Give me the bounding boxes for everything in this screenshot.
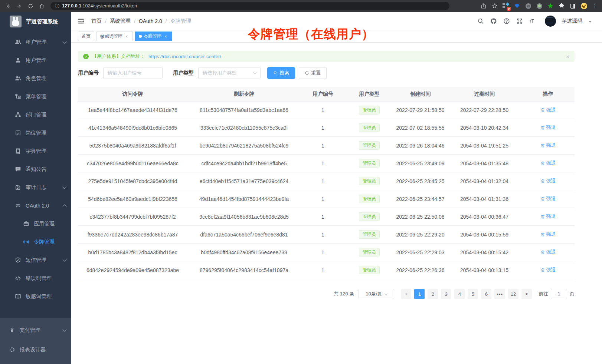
github-icon[interactable] — [490, 17, 497, 25]
sidebar-item-岗位管理[interactable]: 岗位管理 — [0, 124, 71, 142]
avatar[interactable] — [545, 16, 556, 27]
tab-首页[interactable]: 首页 — [78, 32, 94, 41]
prev-page-button[interactable]: < — [401, 289, 411, 299]
tab-split-icon[interactable] — [569, 3, 576, 9]
breadcrumb-item[interactable]: 系统管理 — [110, 18, 131, 24]
app-logo-row[interactable]: 芋道管理系统 — [0, 12, 71, 31]
user-id-input[interactable]: 请输入用户编号 — [103, 67, 163, 79]
tab-令牌管理[interactable]: 令牌管理× — [135, 32, 172, 41]
sidebar-item-审计日志[interactable]: 审计日志 — [0, 178, 71, 196]
sidebar-item-菜单管理[interactable]: 菜单管理 — [0, 87, 71, 106]
chevron-down-icon — [62, 257, 66, 261]
force-logout-button[interactable]: 强退 — [540, 107, 556, 113]
profile-emoji-icon[interactable] — [580, 3, 587, 9]
chrome-menu-icon[interactable]: ⋮ — [592, 3, 598, 9]
next-page-button[interactable]: > — [521, 289, 532, 299]
action-cell: 强退 — [521, 267, 575, 274]
force-logout-button[interactable]: 强退 — [540, 195, 556, 202]
collapse-sidebar-icon[interactable] — [77, 17, 85, 25]
refresh-token-cell: cdfc4ce9c2da4bb1bdf21b9918ff4be5 — [187, 161, 301, 166]
sidebar-item-报表设计器[interactable]: 报表设计器 — [0, 340, 71, 360]
sidebar-item-租户管理[interactable]: 租户管理 — [0, 33, 71, 51]
sidebar-item-令牌管理[interactable]: 令牌管理 — [0, 233, 71, 251]
user-menu-caret-icon[interactable] — [589, 21, 592, 23]
column-header-用户编号: 用户编号 — [301, 91, 345, 97]
page-button-3[interactable]: 3 — [441, 289, 451, 299]
access-token-cell: 502375b8040a469a9b82188afdf6af1f — [78, 143, 187, 149]
page-button-6[interactable]: 6 — [481, 289, 491, 299]
refresh-token-cell: 811c530487574fa0af1a59d3abc1aa66 — [187, 107, 301, 113]
goto-page-input[interactable]: 1 — [551, 289, 567, 299]
sidebar-bottom-menu: 支付管理报表设计器 — [0, 318, 71, 364]
user-type-badge: 管理员 — [359, 266, 380, 275]
reset-button[interactable]: 重置 — [299, 67, 327, 79]
search-icon[interactable] — [477, 17, 484, 25]
action-cell: 强退 — [521, 231, 575, 238]
close-icon[interactable]: × — [163, 34, 168, 39]
column-header-创建时间: 创建时间 — [393, 91, 447, 97]
force-logout-button[interactable]: 强退 — [540, 124, 556, 131]
fullscreen-icon[interactable] — [516, 17, 523, 25]
record-extension-icon[interactable] — [536, 3, 543, 9]
dict-icon — [15, 148, 21, 154]
success-check-icon — [83, 54, 89, 59]
page-button-2[interactable]: 2 — [428, 289, 438, 299]
action-cell: 强退 — [521, 195, 575, 202]
doc-link[interactable]: https://doc.iocoder.cn/user-center/ — [148, 54, 221, 59]
created-time-cell: 2022-06-25 23:44:57 — [393, 196, 447, 202]
gray-extension-icon[interactable] — [525, 3, 531, 9]
page-button-1[interactable]: 1 — [414, 289, 425, 299]
page-size-select[interactable]: 10条/页 — [359, 289, 394, 299]
tab-敏感词管理[interactable]: 敏感词管理× — [96, 32, 133, 41]
sidebar-item-字典管理[interactable]: 字典管理 — [0, 142, 71, 160]
puzzle-extensions-icon[interactable] — [558, 3, 565, 9]
sidebar-item-角色管理[interactable]: 角色管理 — [0, 69, 71, 87]
user-type-select[interactable]: 请选择用户类型 — [198, 67, 261, 79]
force-logout-button[interactable]: 强退 — [540, 213, 556, 220]
force-logout-button[interactable]: 强退 — [540, 231, 556, 238]
browser-home-icon[interactable] — [37, 1, 46, 10]
user-id-cell: 1 — [301, 143, 345, 149]
browser-forward-icon[interactable] — [15, 1, 24, 10]
page-button-12[interactable]: 12 — [508, 289, 518, 299]
browser-back-icon[interactable] — [4, 1, 13, 10]
user-type-badge: 管理员 — [359, 195, 380, 203]
sidebar-item-错误码管理[interactable]: 错误码管理 — [0, 269, 71, 287]
created-time-cell: 2022-07-29 21:58:50 — [393, 107, 447, 113]
force-logout-button[interactable]: 强退 — [540, 249, 556, 255]
help-icon[interactable] — [503, 17, 510, 25]
gem-extension-icon[interactable] — [514, 3, 520, 9]
sidebar-item-用户管理[interactable]: 用户管理 — [0, 51, 71, 69]
breadcrumb-item[interactable]: 首页 — [91, 18, 102, 24]
site-info-icon[interactable]: i — [55, 4, 59, 8]
sidebar-item-通知公告[interactable]: 通知公告 — [0, 160, 71, 178]
sidebar-item-OAuth 2.0[interactable]: OAuth 2.0 — [0, 196, 71, 215]
star-extension-icon[interactable] — [547, 3, 554, 9]
close-icon[interactable]: × — [124, 34, 129, 39]
sidebar-item-短信管理[interactable]: 短信管理 — [0, 251, 71, 269]
address-bar[interactable]: i 127.0.0.1:1024/system/oauth2/token — [50, 2, 449, 10]
access-token-cell: b0d1785bc3a8482f812db4a3f3bd15ec — [78, 249, 187, 255]
page-button-5[interactable]: 5 — [468, 289, 478, 299]
sidebar-item-应用管理[interactable]: 应用管理 — [0, 215, 71, 233]
font-size-icon[interactable] — [529, 17, 536, 25]
sidebar-item-敏感词管理[interactable]: 敏感词管理 — [0, 287, 71, 305]
alert-close-icon[interactable]: × — [566, 53, 569, 60]
created-time-cell: 2022-06-25 22:50:08 — [393, 214, 447, 220]
users-icon — [15, 75, 21, 82]
code-icon — [15, 275, 21, 281]
force-logout-button[interactable]: 强退 — [540, 160, 556, 166]
force-logout-button[interactable]: 强退 — [540, 178, 556, 184]
bookmark-star-icon[interactable] — [491, 3, 498, 9]
force-logout-button[interactable]: 强退 — [540, 267, 556, 273]
browser-reload-icon[interactable] — [26, 1, 35, 10]
share-icon[interactable] — [480, 3, 487, 9]
sidebar-item-label: 短信管理 — [26, 257, 46, 264]
blocks-extension-icon[interactable]: 9 — [503, 3, 509, 9]
breadcrumb-item[interactable]: OAuth 2.0 — [139, 18, 162, 24]
search-button[interactable]: 搜索 — [267, 67, 295, 79]
page-button-4[interactable]: 4 — [454, 289, 465, 299]
force-logout-button[interactable]: 强退 — [540, 142, 556, 149]
sidebar-item-支付管理[interactable]: 支付管理 — [0, 320, 71, 340]
sidebar-item-部门管理[interactable]: 部门管理 — [0, 106, 71, 124]
